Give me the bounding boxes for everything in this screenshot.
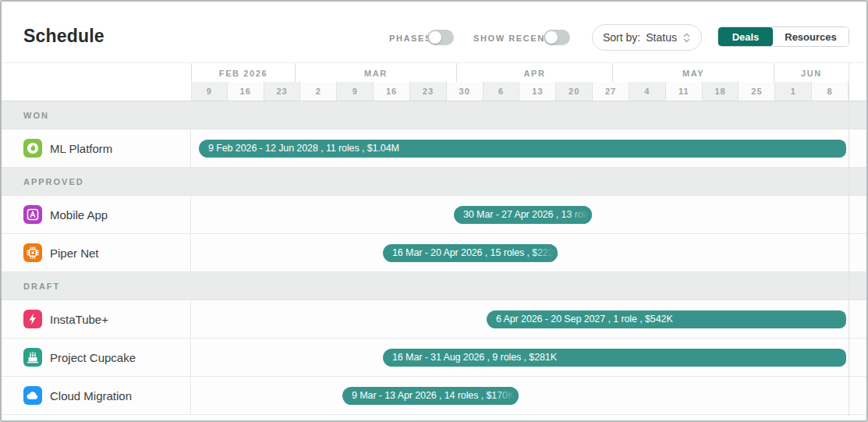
week-date-label: 6 [484,82,520,101]
month-label: FEB 2026 [191,63,295,83]
tab-deals[interactable]: Deals [718,27,773,46]
section-header-draft: DRAFT [2,272,868,300]
week-date-label: 20 [556,82,593,101]
week-date-label: 16 [374,82,410,101]
chip-icon [23,243,42,262]
section-label: WON [23,111,49,120]
project-label-instatube-[interactable]: InstaTube+ [2,300,191,338]
week-date-label: 23 [410,82,447,101]
week-date-label: 9 [337,82,374,101]
week-date-label: 18 [703,82,739,101]
phases-toggle[interactable] [427,30,454,45]
show-recent-toggle[interactable] [544,30,570,45]
week-date-label: 13 [519,82,556,101]
project-row: ML Platform9 Feb 2026 - 12 Jun 2028 , 11… [2,129,868,168]
project-name: Project Cupcake [50,351,136,364]
page-title: Schedule [23,26,105,47]
week-date-label: 30 [447,82,484,101]
project-label-mobile-app[interactable]: Mobile App [2,196,191,233]
phases-toggle-label: PHASES [389,34,432,43]
project-row: Piper Net16 Mar - 20 Apr 2026 , 15 roles… [2,234,868,272]
week-date-label: 9 [191,82,228,101]
bolt-icon [23,310,42,328]
month-label: APR [456,63,612,83]
week-date-label: 8 [812,82,849,101]
appstore-icon [23,205,42,224]
week-date-label: 16 [228,82,264,101]
project-label-piper-net[interactable]: Piper Net [2,234,191,271]
deal-bar-label: 16 Mar - 31 Aug 2026 , 9 roles , $281K [383,349,846,367]
deal-bar[interactable]: 9 Mar - 13 Apr 2026 , 14 roles , $170K [342,387,519,405]
deal-bar[interactable]: 9 Feb 2026 - 12 Jun 2028 , 11 roles , $1… [199,140,846,158]
project-name: Mobile App [50,208,108,222]
month-label: MAR [295,63,456,83]
timeline-months: FEB 2026MARAPRMAYJUN [2,62,868,82]
bird-icon [23,139,42,158]
section-header-approved: APPROVED [2,168,868,196]
tab-resources[interactable]: Resources [773,27,849,46]
deal-bar-label: 6 Apr 2026 - 20 Sep 2027 , 1 role , $542… [487,310,846,328]
week-date-label: 2 [300,82,337,101]
project-label-project-cupcake[interactable]: Project Cupcake [2,339,191,376]
project-label-ml-platform[interactable]: ML Platform [2,129,191,167]
deal-bar[interactable]: 6 Apr 2026 - 20 Sep 2027 , 1 role , $542… [487,310,846,328]
deal-bar[interactable]: 16 Mar - 20 Apr 2026 , 15 roles , $222K [383,244,558,262]
project-name: Piper Net [50,246,99,260]
up-down-chevron-icon [682,32,691,44]
project-name: InstaTube+ [50,313,108,326]
deal-bar-label: 9 Feb 2026 - 12 Jun 2028 , 11 roles , $1… [199,140,846,158]
sort-by-value: Status [646,31,677,44]
project-label-cloud-migration[interactable]: Cloud Migration [2,377,191,414]
schedule-app: Schedule PHASES SHOW RECENT Sort by: Sta… [0,0,868,422]
project-row: Cloud Migration9 Mar - 13 Apr 2026 , 14 … [2,377,868,415]
week-date-label: 27 [593,82,629,101]
chart-right-edge [849,62,849,416]
week-date-label: 23 [264,82,301,101]
week-date-label: 1 [775,82,812,101]
section-label: DRAFT [23,282,60,291]
deal-bar[interactable]: 16 Mar - 31 Aug 2026 , 9 roles , $281K [383,349,846,367]
timeline-weeks: 91623291623306132027411182518 [2,82,868,101]
schedule-body: WONML Platform9 Feb 2026 - 12 Jun 2028 ,… [2,101,868,420]
deal-bar-label: 9 Mar - 13 Apr 2026 , 14 roles , $170K [342,387,519,405]
project-row: Mobile App30 Mar - 27 Apr 2026 , 13 role… [2,196,868,234]
week-date-label: 4 [629,82,666,101]
deal-bar-label: 16 Mar - 20 Apr 2026 , 15 roles , $222K [383,244,558,262]
section-label: APPROVED [23,177,84,186]
cloud-icon [23,386,42,405]
sort-by-prefix: Sort by: [603,31,640,44]
toggle-knob [545,31,558,44]
toggle-knob [429,31,441,44]
week-date-label: 25 [739,82,775,101]
view-switch: Deals Resources [717,27,849,47]
month-label: MAY [612,63,774,83]
deal-bar-label: 30 Mar - 27 Apr 2026 , 13 roles [454,206,592,224]
project-row: InstaTube+6 Apr 2026 - 20 Sep 2027 , 1 r… [2,300,868,339]
toolbar: Schedule PHASES SHOW RECENT Sort by: Sta… [2,2,866,62]
week-date-label: 11 [666,82,703,101]
cake-icon [23,348,42,367]
section-header-won: WON [2,101,868,129]
deal-bar[interactable]: 30 Mar - 27 Apr 2026 , 13 roles [454,206,592,224]
project-name: Cloud Migration [50,389,132,402]
show-recent-toggle-label: SHOW RECENT [473,34,551,43]
project-name: ML Platform [50,142,112,155]
month-label: JUN [774,63,849,83]
sort-by-dropdown[interactable]: Sort by: Status [592,24,702,51]
project-row: Project Cupcake16 Mar - 31 Aug 2026 , 9 … [2,339,868,377]
